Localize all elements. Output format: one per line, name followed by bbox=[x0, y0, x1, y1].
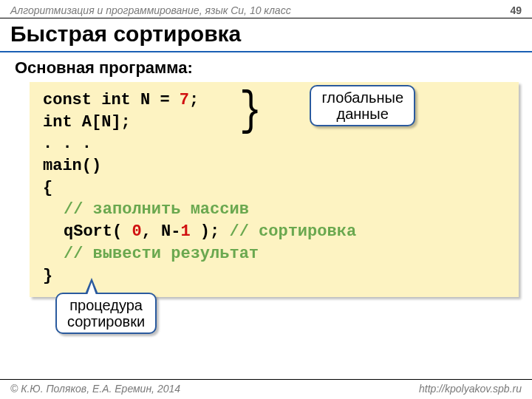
slide-header: Алгоритмизация и программирование, язык … bbox=[0, 0, 532, 18]
callout-sort-procedure: процедура сортировки bbox=[55, 293, 157, 334]
callout-sort-procedure-container: процедура сортировки bbox=[55, 293, 157, 334]
slide-subtitle: Основная программа: bbox=[0, 58, 532, 78]
page-number: 49 bbox=[510, 4, 522, 16]
code-line-9: } bbox=[43, 265, 505, 287]
code-block: } глобальные данные const int N = 7; int… bbox=[30, 82, 519, 297]
copyright-label: © К.Ю. Поляков, Е.А. Еремин, 2014 bbox=[10, 383, 180, 395]
code-line-5: { bbox=[43, 177, 505, 200]
course-label: Алгоритмизация и программирование, язык … bbox=[10, 4, 291, 16]
code-line-1: const int N = 7; bbox=[43, 89, 505, 112]
code-line-3: . . . bbox=[43, 133, 505, 155]
code-line-6: // заполнить массив bbox=[43, 199, 505, 221]
slide-title: Быстрая сортировка bbox=[0, 18, 532, 52]
code-line-2: int A[N]; bbox=[43, 112, 505, 134]
code-line-8: // вывести результат bbox=[43, 243, 505, 265]
footer-url: http://kpolyakov.spb.ru bbox=[419, 383, 522, 395]
slide-footer: © К.Ю. Поляков, Е.А. Еремин, 2014 http:/… bbox=[0, 379, 532, 395]
code-line-4: main() bbox=[43, 155, 505, 177]
callout-global-data: глобальные данные bbox=[310, 85, 415, 126]
code-line-7: qSort( 0, N-1 ); // сортировка bbox=[43, 221, 505, 243]
grouping-brace: } bbox=[239, 79, 262, 144]
